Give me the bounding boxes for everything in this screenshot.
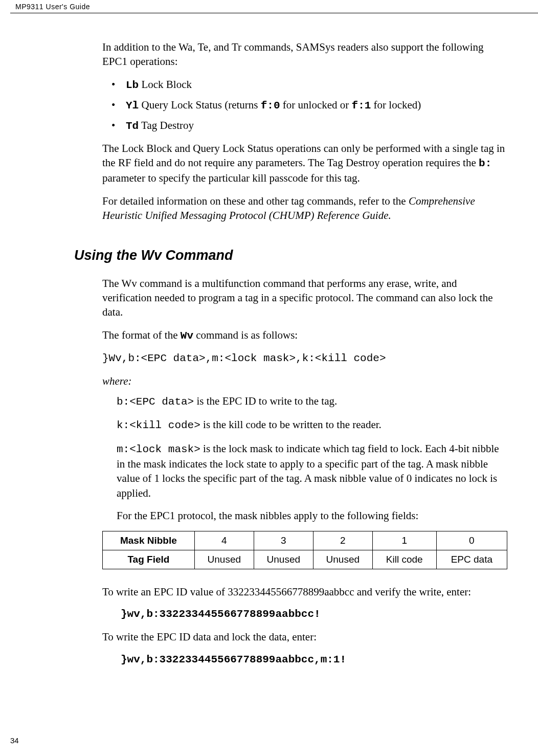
table-cell: 0: [436, 531, 507, 550]
example2-text: To write the EPC ID data and lock the da…: [102, 630, 507, 644]
code-f1: f:1: [352, 100, 371, 112]
text: for unlocked or: [280, 99, 352, 111]
section-heading: Using the Wv Command: [74, 246, 507, 264]
body-paragraph: The Lock Block and Query Lock Status ope…: [102, 141, 507, 186]
table-row: Tag Field Unused Unused Unused Kill code…: [103, 550, 507, 569]
table-cell: Unused: [194, 550, 254, 569]
code: k:<kill code>: [117, 419, 200, 431]
body-paragraph: The format of the Wv command is as follo…: [102, 328, 507, 343]
running-header: MP9311 User's Guide: [10, 0, 538, 13]
code-lb: Lb: [126, 79, 139, 91]
text: is the kill code to be written to the re…: [200, 418, 382, 431]
text: The format of the: [102, 329, 181, 341]
intro-paragraph: In addition to the Wa, Te, and Tr comman…: [102, 40, 507, 69]
text: Query Lock Status (returns: [139, 99, 261, 111]
table-cell: 4: [194, 531, 254, 550]
list-item: Lb Lock Block: [111, 77, 507, 93]
list-item: Td Tag Destroy: [111, 118, 507, 134]
text: is the EPC ID to write to the tag.: [194, 395, 337, 407]
table-row: Mask Nibble 4 3 2 1 0: [103, 531, 507, 550]
example1-command: }wv,b:332233445566778899aabbcc!: [121, 607, 507, 621]
code-wv: Wv: [181, 330, 193, 342]
nibble-table: Mask Nibble 4 3 2 1 0 Tag Field Unused U…: [102, 531, 507, 569]
code-td: Td: [126, 120, 139, 132]
table-cell: Kill code: [372, 550, 436, 569]
text: Tag Destroy: [139, 119, 194, 131]
where-label: where:: [102, 374, 507, 388]
text: Lock Block: [139, 78, 192, 91]
text: For detailed information on these and ot…: [102, 195, 409, 207]
epc1-operations-list: Lb Lock Block Yl Query Lock Status (retu…: [111, 77, 507, 134]
table-cell: Unused: [254, 550, 313, 569]
format-line: }Wv,b:<EPC data>,m:<lock mask>,k:<kill c…: [102, 351, 507, 366]
code-f0: f:0: [261, 100, 280, 112]
code-yl: Yl: [126, 100, 139, 112]
text: he EPC1 protocol, the mask nibbles apply…: [137, 509, 418, 522]
table-cell: 2: [313, 531, 372, 550]
example2-command: }wv,b:332233445566778899aabbcc,m:1!: [121, 653, 507, 667]
table-cell: 1: [372, 531, 436, 550]
where-b: b:<EPC data> is the EPC ID to write to t…: [117, 394, 507, 409]
page-number: 34: [10, 736, 19, 746]
nibble-intro: For the EPC1 protocol, the mask nibbles …: [117, 508, 507, 523]
text: command is as follows:: [193, 329, 298, 341]
list-item: Yl Query Lock Status (returns f:0 for un…: [111, 98, 507, 113]
text: The Lock Block and Query Lock Status ope…: [102, 142, 505, 169]
where-k: k:<kill code> is the kill code to be wri…: [117, 417, 507, 433]
text: parameter to specify the particular kill…: [102, 172, 360, 184]
table-header: Tag Field: [103, 550, 195, 569]
body-paragraph: The Wv command is a multifunction comman…: [102, 276, 507, 320]
code-b: b:: [479, 158, 491, 169]
example1-text: To write an EPC ID value of 332233445566…: [102, 585, 507, 599]
where-m: m:<lock mask> is the lock mask to indica…: [117, 441, 507, 500]
code: b:<EPC data>: [117, 396, 194, 408]
text: for locked): [371, 99, 421, 111]
table-cell: EPC data: [436, 550, 507, 569]
code: m:<lock mask>: [117, 443, 200, 455]
body-paragraph: For detailed information on these and ot…: [102, 194, 507, 223]
table-cell: 3: [254, 531, 313, 550]
text: For t: [117, 509, 137, 522]
table-cell: Unused: [313, 550, 372, 569]
table-header: Mask Nibble: [103, 531, 195, 550]
